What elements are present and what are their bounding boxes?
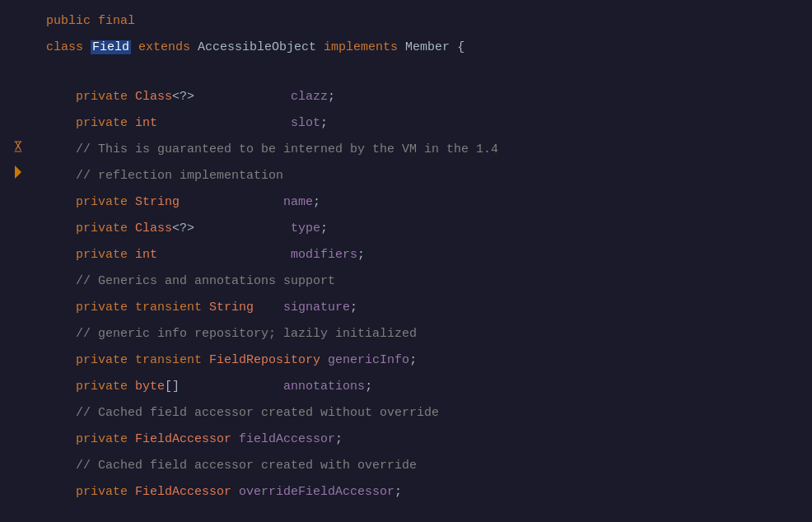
code-line bbox=[0, 61, 812, 84]
code-content: // This is guaranteed to be interned by … bbox=[30, 138, 812, 161]
code-editor: public finalclass Field extends Accessib… bbox=[0, 0, 812, 522]
bookmark-icon bbox=[15, 165, 21, 179]
code-line: private String name; bbox=[0, 189, 812, 216]
code-content: // reflection implementation bbox=[30, 165, 812, 188]
code-line: private Class<?> clazz; bbox=[0, 84, 812, 110]
code-content: // generic info repository; lazily initi… bbox=[30, 323, 812, 346]
code-line: // Generics and annotations support bbox=[0, 268, 812, 295]
code-content: private FieldAccessor fieldAccessor; bbox=[30, 428, 812, 451]
code-content: private int slot; bbox=[30, 112, 812, 135]
code-line: private int slot; bbox=[0, 110, 812, 137]
line-gutter bbox=[0, 141, 30, 152]
code-line: // This is guaranteed to be interned by … bbox=[0, 137, 812, 163]
code-content: class Field extends AccessibleObject imp… bbox=[30, 36, 812, 59]
code-content: // Cached field accessor created without… bbox=[30, 402, 812, 425]
code-line: private FieldAccessor overrideFieldAcces… bbox=[0, 479, 812, 506]
code-content: private Class<?> type; bbox=[30, 217, 812, 240]
code-line: // Cached field accessor created without… bbox=[0, 400, 812, 426]
code-line: private int modifiers; bbox=[0, 242, 812, 268]
code-line: class Field extends AccessibleObject imp… bbox=[0, 35, 812, 61]
code-content: private int modifiers; bbox=[30, 244, 812, 267]
code-content: private transient FieldRepository generi… bbox=[30, 349, 812, 372]
code-line: private byte[] annotations; bbox=[0, 374, 812, 400]
code-content: public final bbox=[30, 10, 812, 33]
code-line: private transient FieldRepository generi… bbox=[0, 347, 812, 374]
code-content: // Cached field accessor created with ov… bbox=[30, 454, 812, 478]
code-content: private byte[] annotations; bbox=[30, 375, 812, 398]
code-content: private Class<?> clazz; bbox=[30, 86, 812, 109]
code-line: private transient String signature; bbox=[0, 295, 812, 321]
code-content: private FieldAccessor overrideFieldAcces… bbox=[30, 481, 812, 504]
line-gutter bbox=[0, 165, 30, 179]
code-line: private FieldAccessor fieldAccessor; bbox=[0, 426, 812, 453]
code-line: // Cached field accessor created with ov… bbox=[0, 453, 812, 479]
code-line: // reflection implementation bbox=[0, 163, 812, 189]
code-content: private transient String signature; bbox=[30, 296, 812, 319]
code-line: public final bbox=[0, 8, 812, 35]
hourglass-icon bbox=[13, 141, 23, 152]
code-line: private Class<?> type; bbox=[0, 216, 812, 242]
code-line: // generic info repository; lazily initi… bbox=[0, 321, 812, 347]
code-content: private String name; bbox=[30, 191, 812, 214]
code-content: // Generics and annotations support bbox=[30, 270, 812, 293]
